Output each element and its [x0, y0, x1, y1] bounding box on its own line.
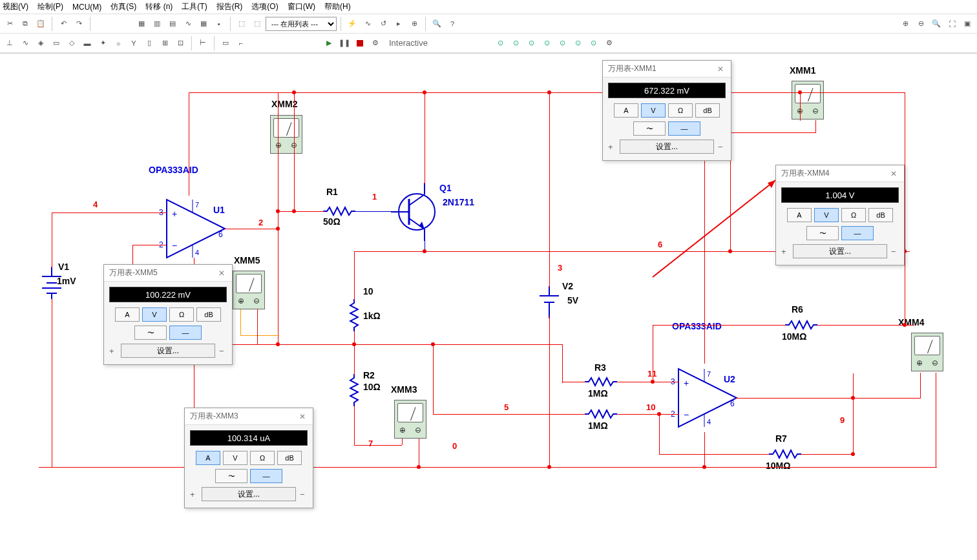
mode-v-button[interactable]: V — [223, 451, 247, 465]
comp5-icon[interactable]: ◇ — [65, 36, 79, 50]
hier1-icon[interactable]: ⬚ — [235, 17, 249, 31]
grid-icon[interactable]: ▦ — [134, 17, 149, 31]
usage-list-dropdown[interactable]: --- 在用列表 --- — [266, 17, 337, 31]
probe4-icon[interactable]: ▸ — [392, 17, 406, 31]
place3-icon[interactable]: ⌐ — [234, 36, 248, 50]
dc-button[interactable]: — — [841, 226, 874, 240]
inst-gear-icon[interactable]: ⚙ — [602, 36, 616, 50]
inst2-icon[interactable]: ⊙ — [509, 36, 523, 50]
menu-view[interactable]: 视图(V) — [3, 1, 28, 12]
inst3-icon[interactable]: ⊙ — [525, 36, 539, 50]
place2-icon[interactable]: ▭ — [218, 36, 233, 50]
mode-ohm-button[interactable]: Ω — [668, 103, 693, 118]
wave-icon[interactable]: ∿ — [181, 17, 195, 31]
comp7-icon[interactable]: ✦ — [96, 36, 110, 50]
mode-ohm-button[interactable]: Ω — [250, 451, 275, 465]
menu-tools[interactable]: 工具(T) — [182, 1, 207, 12]
mode-db-button[interactable]: dB — [277, 451, 302, 465]
pause-icon[interactable]: ❚❚ — [337, 36, 352, 50]
zoom-out-icon[interactable]: ⊖ — [914, 17, 928, 31]
resistor-r4[interactable] — [585, 409, 617, 419]
opamp-u1[interactable]: 3+ 2− 6 7 4 — [154, 193, 238, 266]
inst1-icon[interactable]: ⊙ — [494, 36, 508, 50]
multimeter-popup-xmm1[interactable]: 万用表-XMM1✕ 672.322 mV A V Ω dB 〜 — +设置...… — [602, 60, 731, 161]
doc-icon[interactable]: ▪ — [212, 17, 226, 31]
resistor-r7[interactable] — [769, 449, 801, 459]
redo-icon[interactable]: ↷ — [72, 17, 86, 31]
resistor-r1[interactable] — [323, 206, 355, 216]
ac-button[interactable]: 〜 — [134, 326, 167, 340]
cut-icon[interactable]: ✂ — [3, 17, 17, 31]
zoom-in-icon[interactable]: ⊕ — [898, 17, 912, 31]
menu-xfer[interactable]: 转移 (n) — [145, 1, 173, 12]
hier2-icon[interactable]: ⬚ — [250, 17, 264, 31]
inst5-icon[interactable]: ⊙ — [556, 36, 570, 50]
fullscreen-icon[interactable]: ▣ — [960, 17, 974, 31]
help-icon[interactable]: ? — [445, 17, 459, 31]
resistor-r2[interactable] — [349, 374, 359, 406]
bjt-q1[interactable] — [391, 183, 443, 243]
grid3-icon[interactable]: ▤ — [165, 17, 180, 31]
multimeter-popup-xmm5[interactable]: 万用表-XMM5✕ 100.222 mV A V Ω dB 〜 — +设置...… — [103, 264, 233, 365]
undo-icon[interactable]: ↶ — [56, 17, 70, 31]
comp3-icon[interactable]: ◈ — [34, 36, 48, 50]
mode-db-button[interactable]: dB — [695, 103, 720, 118]
ac-button[interactable]: 〜 — [215, 469, 247, 483]
comp4-icon[interactable]: ▭ — [49, 36, 63, 50]
place1-icon[interactable]: ⊢ — [196, 36, 210, 50]
close-icon[interactable]: ✕ — [888, 169, 899, 179]
zoom-fit-icon[interactable]: ⛶ — [945, 17, 959, 31]
close-icon[interactable]: ✕ — [297, 411, 308, 422]
multimeter-popup-xmm3[interactable]: 万用表-XMM3✕ 100.314 uA A V Ω dB 〜 — +设置...… — [184, 408, 313, 508]
menu-sim[interactable]: 仿真(S) — [110, 1, 136, 12]
mode-v-button[interactable]: V — [814, 208, 839, 222]
inst6-icon[interactable]: ⊙ — [571, 36, 585, 50]
ac-button[interactable]: 〜 — [633, 121, 666, 136]
meter-xmm4[interactable]: +− — [911, 333, 943, 371]
grid2-icon[interactable]: ▥ — [150, 17, 164, 31]
play-icon[interactable]: ▶ — [322, 36, 336, 50]
interactive-icon[interactable]: ⚙ — [368, 36, 383, 50]
menu-report[interactable]: 报告(R) — [216, 1, 243, 12]
meter-xmm3[interactable]: +− — [394, 400, 426, 439]
inst4-icon[interactable]: ⊙ — [540, 36, 554, 50]
close-icon[interactable]: ✕ — [715, 64, 726, 74]
meter-xmm5[interactable]: +− — [233, 271, 265, 309]
mode-a-button[interactable]: A — [787, 208, 812, 222]
mode-db-button[interactable]: dB — [868, 208, 893, 222]
inst7-icon[interactable]: ⊙ — [587, 36, 601, 50]
dc-button[interactable]: — — [169, 326, 202, 340]
mode-ohm-button[interactable]: Ω — [841, 208, 866, 222]
probe5-icon[interactable]: ⊕ — [407, 17, 421, 31]
mode-v-button[interactable]: V — [142, 307, 167, 322]
settings-button[interactable]: 设置... — [202, 487, 296, 501]
search-icon[interactable]: 🔍 — [430, 17, 444, 31]
resistor-r5[interactable] — [349, 299, 359, 331]
probe1-icon[interactable]: ⚡ — [345, 17, 359, 31]
mode-db-button[interactable]: dB — [196, 307, 221, 322]
resistor-r3[interactable] — [585, 377, 617, 387]
menu-help[interactable]: 帮助(H) — [324, 1, 351, 12]
comp6-icon[interactable]: ▬ — [80, 36, 94, 50]
dc-button[interactable]: — — [250, 469, 282, 483]
mode-a-button[interactable]: A — [614, 103, 638, 118]
comp12-icon[interactable]: ⊡ — [173, 36, 187, 50]
opamp-u2[interactable]: 3+ 2− 6 7 4 — [666, 362, 750, 435]
grid4-icon[interactable]: ▦ — [196, 17, 211, 31]
comp1-icon[interactable]: ⊥ — [3, 36, 17, 50]
menu-options[interactable]: 选项(O) — [251, 1, 278, 12]
meter-xmm1[interactable]: +− — [792, 81, 824, 119]
settings-button[interactable]: 设置... — [620, 140, 714, 154]
comp10-icon[interactable]: ▯ — [142, 36, 156, 50]
mode-a-button[interactable]: A — [196, 451, 220, 465]
stop-icon[interactable] — [353, 36, 367, 50]
close-icon[interactable]: ✕ — [216, 268, 227, 278]
schematic-canvas[interactable]: 3+ 2− 6 7 4 U1 OPA333AID 3+ 2− 6 7 4 U2 … — [0, 53, 977, 560]
copy-icon[interactable]: ⧉ — [18, 17, 32, 31]
comp2-icon[interactable]: ∿ — [18, 36, 32, 50]
mode-a-button[interactable]: A — [115, 307, 140, 322]
menu-window[interactable]: 窗口(W) — [288, 1, 315, 12]
paste-icon[interactable]: 📋 — [34, 17, 48, 31]
zoom-area-icon[interactable]: 🔍 — [929, 17, 943, 31]
comp9-icon[interactable]: Y — [127, 36, 141, 50]
